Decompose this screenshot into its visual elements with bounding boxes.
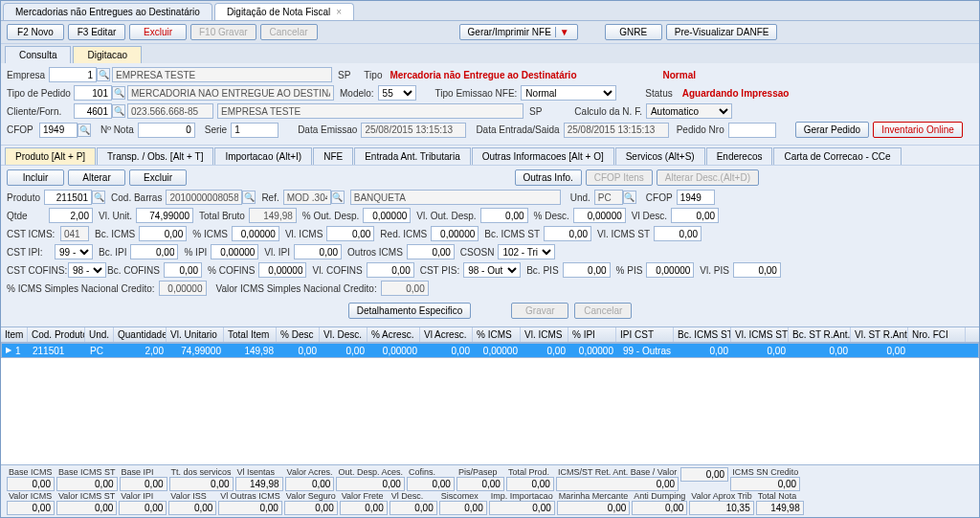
search-icon[interactable]: 🔍 [78,124,91,137]
cstipi-select[interactable]: 99 - [55,244,93,259]
novo-button[interactable]: F2 Novo [7,24,64,40]
vlcofins-field[interactable] [367,262,414,278]
item-cfop-field[interactable] [677,190,715,205]
col-header: Vl Acresc. [420,327,473,342]
serie-field[interactable] [231,123,278,138]
bcpis-label: Bc. PIS [526,265,558,276]
tab-carta[interactable]: Carta de Correcao - CCe [773,147,901,165]
inventario-button[interactable]: Inventario Online [873,122,963,138]
cfop-field[interactable] [39,123,78,138]
emissao-select[interactable]: Normal [521,85,616,101]
dataem-label: Data Emissao [298,124,357,135]
gerar-nfe-button[interactable]: Gerar/Imprimir NFE▼ [459,24,578,40]
vloutdesp-field[interactable] [480,208,528,223]
subtab-consulta[interactable]: Consulta [5,46,71,63]
col-header: Total Item [224,327,277,342]
search-icon[interactable]: 🔍 [242,191,256,204]
close-icon[interactable]: × [336,7,342,17]
picms-field[interactable] [232,226,279,241]
gnre-button[interactable]: GNRE [605,24,662,40]
bcicmsst-field[interactable] [544,226,591,241]
outras-info-button[interactable]: Outras Info. [515,169,582,186]
picms-label: % ICMS [192,229,228,239]
ppis-field[interactable] [646,262,694,278]
tab-produto[interactable]: Produto [Alt + P] [5,147,96,165]
pedido-field[interactable] [728,123,776,138]
vlicmsst-field[interactable] [654,226,702,241]
col-header: IPI CST [616,327,674,342]
vlicms-label: Vl. ICMS [285,229,323,239]
vlipi-field[interactable] [294,244,342,259]
outdesp-label: % Out. Desp. [302,211,359,221]
incluir-button[interactable]: Incluir [7,169,64,186]
tipo-value: Mercadoria não Entregue ao Destinatário [390,70,576,80]
cliente-field[interactable] [74,103,112,119]
vlpis-field[interactable] [733,262,781,278]
search-icon[interactable]: 🔍 [112,86,125,100]
editar-button[interactable]: F3 Editar [68,24,125,40]
redicms-field[interactable] [431,226,479,241]
gravar-item-button: Gravar [511,303,568,319]
alterar-button[interactable]: Alterar [68,169,125,186]
col-header: Nro. FCI [908,327,966,342]
col-header: Quantidade [114,327,167,342]
outdesp-field[interactable] [363,208,411,223]
table-row[interactable]: ▶1211501PC2,0074,99000149,980,000,000,00… [1,343,979,358]
tab-nfe[interactable]: NFE [313,147,353,165]
search-icon[interactable]: 🔍 [623,191,636,204]
tipopedido-field[interactable] [74,85,112,101]
modelo-select[interactable]: 55 [378,85,416,101]
outrosicms-label: Outros ICMS [347,247,403,258]
pipi-field[interactable] [211,244,258,259]
csosn-select[interactable]: 102 - Tri [498,244,555,259]
col-header: % Acresc. [368,327,420,342]
bcicms-field[interactable] [139,226,187,241]
cstcofins-select[interactable]: 98 - [68,262,106,278]
cfop-itens-button: CFOP Itens [586,169,653,186]
csticms-label: CST ICMS: [7,229,56,239]
tab-enderecos[interactable]: Enderecos [706,147,773,165]
pcofins-field[interactable] [258,262,306,278]
search-icon[interactable]: 🔍 [112,104,125,118]
tab-entrada[interactable]: Entrada Ant. Tributaria [354,147,471,165]
col-header: % ICMS [473,327,521,342]
window-tab-digitacao[interactable]: Digitação de Nota Fiscal× [214,3,354,20]
gerar-pedido-button[interactable]: Gerar Pedido [795,122,869,138]
col-header: Und. [85,327,114,342]
tab-servicos[interactable]: Servicos (Alt+S) [615,147,705,165]
excluir-item-button[interactable]: Excluir [129,169,187,186]
nnota-label: Nº Nota [100,124,134,135]
nnota-field[interactable] [138,123,195,138]
bccofins-field[interactable] [164,262,202,278]
vldesc-field[interactable] [671,208,719,223]
ref-label: Ref. [261,192,278,203]
emissao-label: Tipo Emissao NFE: [435,88,518,99]
gravar-button: F10 Gravar [190,24,256,40]
produto-field[interactable] [44,190,92,205]
chevron-down-icon[interactable]: ▼ [555,27,569,37]
tab-transp[interactable]: Transp. / Obs. [Alt + T] [97,147,213,165]
search-icon[interactable]: 🔍 [92,191,105,204]
csosn-label: CSOSN [460,247,495,258]
bcpis-field[interactable] [563,262,611,278]
vlicms-field[interactable] [326,226,374,241]
cstpis-select[interactable]: 98 - Out [463,262,521,278]
excluir-button[interactable]: Excluir [129,24,187,40]
vlunit-field[interactable] [136,208,193,223]
empresa-label: Empresa [7,70,45,80]
col-header: Vl. Desc. [320,327,368,342]
danfe-button[interactable]: Pre-Visualizar DANFE [666,24,778,40]
empresa-field[interactable] [49,67,97,82]
search-icon[interactable]: 🔍 [331,191,345,204]
barras-label: Cod. Barras [111,192,162,203]
bcipi-field[interactable] [130,244,178,259]
subtab-digitacao[interactable]: Digitacao [73,46,142,63]
outrosicms-field[interactable] [407,244,455,259]
tab-outras[interactable]: Outras Informacoes [Alt + O] [472,147,614,165]
search-icon[interactable]: 🔍 [97,68,110,81]
descp-field[interactable] [573,208,626,223]
qtde-field[interactable] [49,208,93,223]
window-tab-mercadorias[interactable]: Mercadorias não Entregues ao Destinatári… [3,3,212,20]
detalhamento-button[interactable]: Detalhamento Especifico [348,303,472,319]
tab-import[interactable]: Importacao (Alt+I) [214,147,312,165]
